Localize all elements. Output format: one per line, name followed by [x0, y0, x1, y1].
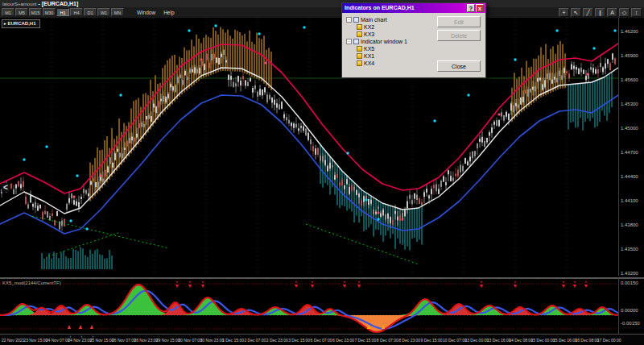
symbol-tab[interactable]: ▸EURCAD,H1	[2, 19, 40, 28]
dialog-close-x-button[interactable]: x	[476, 4, 484, 12]
indicator-axis[interactable]: 0.001500.00000-0.00150	[618, 277, 644, 334]
indicator-tree: -Main chartKX2KX3-Indicator window 1KX5K…	[346, 16, 436, 67]
price-axis[interactable]: 1.462001.459001.456001.453001.450001.447…	[618, 18, 644, 276]
time-axis-label: 10 Dec 07:00	[443, 338, 467, 343]
timeframe-toolbar: M1M5M15M30H1H4D1W1MN	[2, 8, 124, 16]
dialog-help-button[interactable]: ?	[467, 4, 475, 12]
price-axis-label: 1.43500	[621, 247, 638, 251]
crosshair-icon[interactable]: +	[559, 8, 569, 17]
time-axis-label: 2 Dec 23:00	[266, 338, 288, 343]
time-axis-label: 8 Dec 07:00	[377, 338, 398, 343]
timeframe-d1[interactable]: D1	[84, 8, 97, 16]
indicator-icon	[357, 46, 362, 52]
text-icon[interactable]: A	[607, 8, 617, 17]
app-title: latourS+amount	[2, 2, 37, 6]
price-axis-label: 1.45300	[621, 102, 638, 106]
menu-bar: WindowHelp	[137, 7, 175, 18]
signal-up-arrow-icon: ↑	[69, 335, 72, 339]
channel-icon[interactable]: ∥	[595, 8, 605, 17]
time-axis-label: 29 Nov 15:00	[156, 338, 180, 343]
tree-item-main-chart[interactable]: -Main chart	[346, 16, 436, 23]
time-axis-label: 8 Dec 23:00	[398, 338, 420, 343]
price-axis-label: 1.43800	[621, 222, 638, 227]
indicators-icon[interactable]: ↕	[631, 8, 642, 17]
signal-up-arrow-icon: ↑	[92, 335, 94, 339]
time-axis-label: 6 Dec 07:00	[311, 338, 332, 343]
indicator-icon	[357, 53, 362, 59]
menu-help[interactable]: Help	[163, 7, 174, 18]
timeframe-mn[interactable]: MN	[111, 8, 124, 16]
tree-item-indicator-window-1[interactable]: -Indicator window 1	[346, 38, 436, 45]
timeframe-m30[interactable]: M30	[43, 8, 56, 16]
scroll-left-arrow[interactable]: <	[2, 183, 10, 192]
tree-expander-icon[interactable]: -	[346, 39, 352, 44]
indicator-icon	[357, 24, 362, 30]
time-axis-label: 7 Dec 15:00	[354, 338, 376, 343]
symbol-tab-label: EURCAD,H1	[8, 21, 36, 26]
price-axis-label: 1.43200	[621, 271, 638, 276]
price-axis-label: 1.45600	[621, 77, 638, 82]
dialog-title: Indicators on EURCAD,H1	[345, 5, 415, 10]
time-axis[interactable]: 22 Nov 202123 Nov 15:0024 Nov 07:0024 No…	[0, 334, 644, 345]
tree-item-kx2[interactable]: KX2	[346, 23, 436, 31]
mt4-window: latourS+amount - [EURCAD,H1] M1M5M15M30H…	[0, 0, 644, 345]
timeframe-w1[interactable]: W1	[97, 8, 110, 16]
document-title: - [EURCAD,H1]	[37, 1, 79, 6]
delete-button[interactable]: Delete	[437, 30, 481, 41]
tree-item-label: KX1	[364, 53, 374, 59]
time-axis-label: 16 Dec 08:00	[575, 338, 599, 343]
time-axis-label: 24 Nov 07:00	[46, 338, 70, 343]
time-axis-label: 15 Dec 16:00	[553, 338, 577, 343]
timeframe-m1[interactable]: M1	[2, 8, 14, 16]
time-axis-label: 26 Nov 07:00	[112, 338, 136, 343]
price-axis-label: 1.45000	[621, 126, 638, 131]
tree-item-kx4[interactable]: KX4	[346, 60, 436, 67]
chart-window-icon	[353, 17, 359, 23]
time-axis-label: 14 Dec 08:00	[509, 338, 533, 343]
tree-item-kx5[interactable]: KX5	[346, 45, 436, 52]
indicator-icon	[357, 31, 362, 37]
time-axis-label: 17 Dec 00:00	[597, 338, 621, 343]
tree-item-kx1[interactable]: KX1	[346, 52, 436, 60]
tree-item-label: Indicator window 1	[361, 39, 407, 44]
time-axis-label: 15 Dec 00:00	[531, 338, 555, 343]
indicator-canvas[interactable]	[0, 279, 618, 334]
timeframe-h4[interactable]: H4	[70, 8, 83, 16]
price-axis-label: 1.44700	[621, 150, 638, 155]
tree-item-label: KX5	[364, 46, 374, 52]
price-axis-label: 1.46200	[621, 29, 638, 34]
time-axis-label: 30 Nov 23:00	[200, 338, 225, 343]
main-chart-area[interactable]: ▸EURCAD,H1 <	[0, 18, 618, 276]
time-axis-label: 2 Dec 07:00	[244, 338, 266, 343]
indicator-window[interactable]: KX5_mod(2144/CurrentTF)	[0, 277, 618, 334]
main-chart-canvas[interactable]	[0, 18, 618, 276]
indicator-icon	[357, 60, 362, 66]
time-axis-label: 23 Nov 15:00	[23, 338, 47, 343]
indicator-axis-label: -0.00150	[621, 321, 640, 326]
trendline-icon[interactable]: ╱	[583, 8, 593, 17]
timeframe-m15[interactable]: M15	[29, 8, 42, 16]
tree-item-label: KX2	[364, 24, 374, 30]
tree-expander-icon[interactable]: -	[346, 17, 352, 23]
signal-up-arrow-icon: ↑	[80, 335, 83, 339]
tree-item-kx3[interactable]: KX3	[346, 31, 436, 38]
titlebar: latourS+amount - [EURCAD,H1]	[0, 0, 644, 7]
menu-window[interactable]: Window	[137, 7, 155, 18]
dialog-titlebar[interactable]: Indicators on EURCAD,H1 ? x	[342, 3, 485, 13]
time-axis-label: 22 Nov 2021	[2, 338, 24, 343]
tab-bullet-icon: ▸	[4, 21, 6, 26]
timeframe-m5[interactable]: M5	[15, 8, 28, 16]
tree-item-label: KX4	[364, 60, 374, 66]
time-axis-label: 1 Dec 15:00	[222, 338, 244, 343]
indicator-axis-label: 0.00150	[621, 281, 638, 285]
timeframe-h1[interactable]: H1	[56, 8, 69, 16]
time-axis-label: 13 Dec 16:00	[487, 338, 511, 343]
edit-button[interactable]: Edit	[437, 16, 481, 27]
indicator-axis-label: 0.00000	[621, 308, 638, 313]
time-axis-label: 30 Nov 07:00	[178, 338, 202, 343]
close-button[interactable]: Close	[437, 60, 481, 72]
shapes-icon[interactable]: ◇	[619, 8, 630, 17]
drawing-toolbar: +↖╱∥A◇↕	[559, 8, 642, 17]
tree-item-label: Main chart	[361, 17, 387, 23]
cursor-icon[interactable]: ↖	[571, 8, 581, 17]
